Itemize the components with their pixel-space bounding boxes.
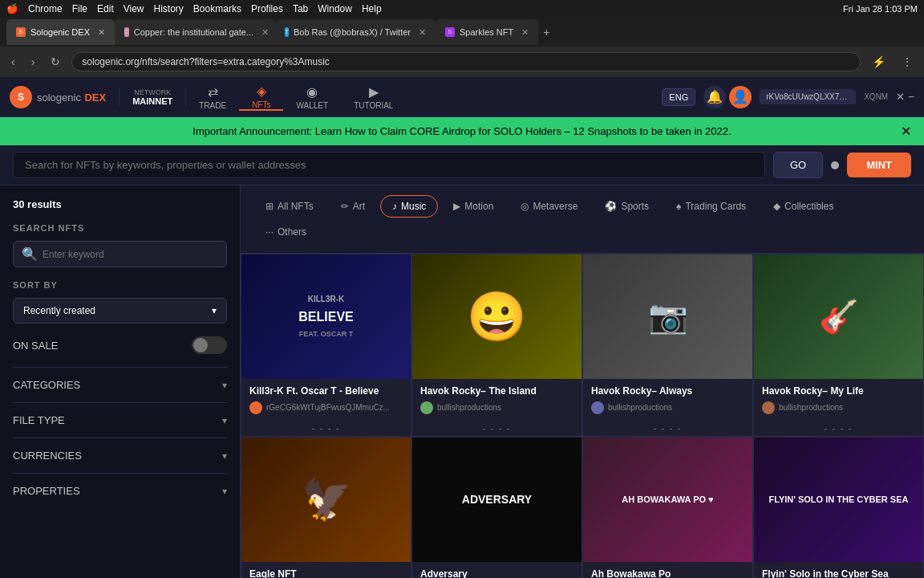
menu-edit[interactable]: Edit (97, 3, 114, 14)
language-selector[interactable]: ENG (662, 88, 695, 106)
go-button[interactable]: GO (773, 152, 823, 178)
announcement-close-button[interactable]: ✕ (901, 124, 911, 139)
creator-avatar-2 (420, 401, 433, 414)
new-tab-button[interactable]: + (538, 24, 554, 40)
keyword-search-input[interactable] (43, 249, 218, 260)
nft-title-8: Flyin' Solo in the Cyber Sea (762, 568, 915, 578)
nft-thumb-content-7: AH BOWAKAWA PO ♥ (614, 486, 721, 512)
menu-window[interactable]: Window (318, 3, 352, 14)
nav-wallet[interactable]: ◉ WALLET (283, 84, 341, 110)
menu-help[interactable]: Help (362, 3, 382, 14)
header-right: ENG 🔔 👤 rKVo8cUUwzQLXX7hKefv8p... XQNM ✕… (662, 86, 914, 108)
cat-tab-music[interactable]: ♪ Music (380, 195, 438, 218)
extensions-button[interactable]: ⚡ (867, 54, 890, 70)
on-sale-toggle[interactable] (192, 336, 227, 354)
sort-value: Recently created (23, 305, 95, 316)
nft-thumb-4: 🎸 (754, 254, 923, 379)
tab-close-1[interactable]: ✕ (98, 27, 105, 38)
tab-sparkles[interactable]: S Sparkles NFT ✕ (436, 19, 538, 45)
nft-card-4[interactable]: 🎸 Havok Rocky– My Life bullishproduction… (753, 254, 924, 437)
nft-dots-2[interactable]: - - - - (412, 421, 582, 436)
browser-toolbar: ‹ › ↻ sologenic.org/nfts/search?filters=… (0, 47, 924, 77)
header-close-button[interactable]: ✕ (896, 91, 905, 103)
nft-card-5[interactable]: 🦅 Eagle NFT artist5 - - - - (241, 437, 411, 578)
tab-label-2: Copper: the institutional gate... (134, 27, 253, 37)
notifications-button[interactable]: 🔔 (703, 86, 726, 108)
search-row: GO MINT (0, 145, 924, 185)
nft-card-3[interactable]: 📷 Havok Rocky– Always bullishproductions… (582, 254, 753, 437)
nft-thumb-content-4: 🎸 (819, 298, 859, 336)
file-type-filter[interactable]: FILE TYPE ▾ (13, 402, 227, 438)
logo-area[interactable]: S sologenic DEX (10, 86, 119, 108)
browser-tab-bar: S Sologenic DEX ✕ C Copper: the institut… (0, 18, 924, 47)
wallet-address: rKVo8cUUwzQLXX7hKefv8p... (760, 89, 856, 104)
cat-tab-collectibles[interactable]: ◆ Collectibles (761, 195, 845, 218)
nav-trade[interactable]: ⇄ TRADE (186, 84, 239, 110)
nft-dots-3[interactable]: - - - - (583, 421, 752, 436)
cat-tab-metaverse[interactable]: ◎ Metaverse (509, 195, 590, 218)
menu-view[interactable]: View (124, 3, 144, 14)
nft-thumb-1: KILL3R-K BELIEVE FEAT. OSCAR T (241, 254, 411, 379)
tab-favicon-1: S (16, 27, 26, 37)
nft-dots-1[interactable]: - - - - (241, 421, 411, 436)
header-minimize-button[interactable]: − (908, 91, 914, 103)
category-tabs: ⊞ All NFTs ✏ Art ♪ Music ▶ Motion ◎ Meta… (241, 185, 924, 254)
nft-card-2[interactable]: 😀 Havok Rocky– The Island bullishproduct… (411, 254, 582, 437)
sports-icon: ⚽ (605, 201, 617, 212)
logo-text: sologenic DEX (37, 90, 106, 104)
tab-close-2[interactable]: ✕ (261, 27, 269, 38)
cat-tab-all-nfts[interactable]: ⊞ All NFTs (253, 195, 326, 218)
nft-dots-4[interactable]: - - - - (754, 421, 923, 436)
forward-button[interactable]: › (26, 54, 40, 70)
cat-tab-motion[interactable]: ▶ Motion (441, 195, 505, 218)
cat-tab-sports[interactable]: ⚽ Sports (593, 195, 661, 218)
tab-sologenic-dex[interactable]: S Sologenic DEX ✕ (6, 19, 115, 45)
menu-file[interactable]: File (72, 3, 87, 14)
cat-tab-art[interactable]: ✏ Art (329, 195, 377, 218)
menu-chrome[interactable]: Chrome (28, 3, 63, 14)
creator-avatar-3 (591, 401, 604, 414)
nft-card-1[interactable]: KILL3R-K BELIEVE FEAT. OSCAR T Kill3r-K … (241, 254, 411, 437)
menu-bookmarks[interactable]: Bookmarks (193, 3, 241, 14)
main-search-input[interactable] (13, 152, 765, 178)
menu-profiles[interactable]: Profiles (251, 3, 283, 14)
nav-tutorial[interactable]: ▶ TUTORIAL (341, 84, 406, 110)
user-avatar[interactable]: 👤 (729, 86, 752, 108)
nav-nfts[interactable]: ◈ NFTs (239, 83, 283, 111)
nft-card-8[interactable]: FLYIN' SOLO IN THE CYBER SEA Flyin' Solo… (753, 437, 924, 578)
nft-thumb-5: 🦅 (241, 438, 411, 562)
address-bar[interactable]: sologenic.org/nfts/search?filters=extra.… (71, 52, 861, 71)
nft-card-7[interactable]: AH BOWAKAWA PO ♥ Ah Bowakawa Po artist7 … (582, 437, 753, 578)
reload-button[interactable]: ↻ (46, 54, 65, 70)
categories-filter[interactable]: CATEGORIES ▾ (13, 367, 227, 402)
all-nfts-icon: ⊞ (265, 201, 274, 212)
apple-menu[interactable]: 🍎 (6, 3, 18, 14)
creator-avatar-4 (762, 401, 775, 414)
properties-filter[interactable]: PROPERTIES ▾ (13, 473, 227, 508)
tab-close-4[interactable]: ✕ (521, 27, 529, 38)
nft-card-6[interactable]: ADVERSARY Adversary isaiahloue - - - - (411, 437, 582, 578)
tab-twitter[interactable]: T Bob Ras (@bobrasX) / Twitter ✕ (275, 19, 436, 45)
trading-cards-label: Trading Cards (685, 201, 746, 212)
art-label: Art (353, 201, 365, 212)
back-button[interactable]: ‹ (6, 54, 20, 70)
tab-copper[interactable]: C Copper: the institutional gate... ✕ (115, 19, 275, 45)
menu-tab[interactable]: Tab (293, 3, 308, 14)
nft-creator-2: bullishproductions (420, 401, 573, 414)
nft-creator-3: bullishproductions (591, 401, 744, 414)
menu-history[interactable]: History (154, 3, 184, 14)
creator-name-3: bullishproductions (608, 403, 672, 412)
sort-dropdown[interactable]: Recently created ▾ (13, 298, 227, 324)
tab-close-3[interactable]: ✕ (419, 27, 426, 38)
collectibles-icon: ◆ (773, 201, 780, 212)
currencies-filter[interactable]: CURRENCIES ▾ (13, 438, 227, 473)
motion-icon: ▶ (453, 201, 460, 212)
tab-favicon-4: S (445, 27, 455, 37)
menu-button[interactable]: ⋮ (897, 54, 918, 70)
cat-tab-others[interactable]: ··· Others (253, 221, 318, 243)
mint-button[interactable]: MINT (847, 153, 911, 177)
nft-info-8: Flyin' Solo in the Cyber Sea ripple (754, 562, 923, 578)
cat-tab-trading-cards[interactable]: ♠ Trading Cards (664, 195, 758, 218)
nft-thumb-content-1: KILL3R-K BELIEVE FEAT. OSCAR T (290, 286, 361, 348)
art-icon: ✏ (341, 201, 349, 212)
